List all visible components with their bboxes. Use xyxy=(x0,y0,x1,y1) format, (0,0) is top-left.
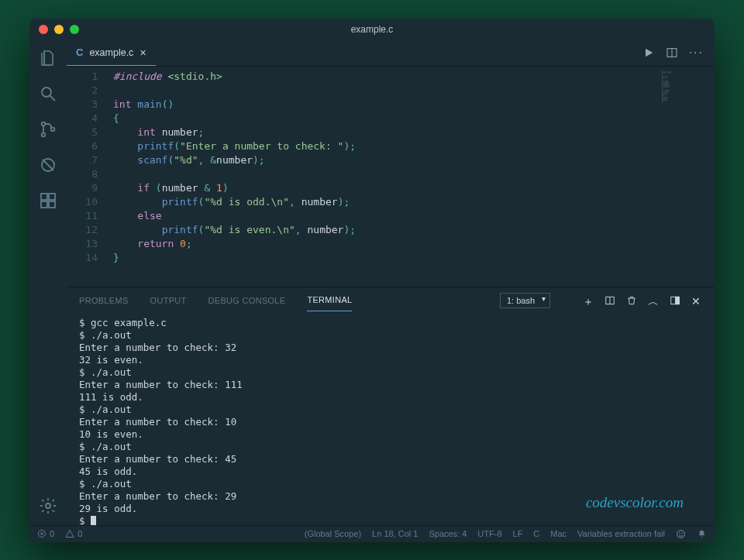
split-editor-icon[interactable] xyxy=(666,46,678,59)
close-window-icon[interactable] xyxy=(39,25,48,34)
new-terminal-icon[interactable]: ＋ xyxy=(583,295,594,306)
svg-point-4 xyxy=(51,127,55,131)
svg-rect-8 xyxy=(49,194,55,200)
kill-terminal-icon[interactable] xyxy=(626,295,637,306)
tab-debug-console[interactable]: DEBUG CONSOLE xyxy=(208,290,286,311)
editor-area: C example.c × ··· 1234567891011121314 #i… xyxy=(67,40,715,525)
terminal-select-wrap: 1: bash xyxy=(500,293,550,308)
panel-tabs: PROBLEMS OUTPUT DEBUG CONSOLE TERMINAL 1… xyxy=(67,287,715,314)
close-tab-icon[interactable]: × xyxy=(140,46,146,59)
status-os[interactable]: Mac xyxy=(550,529,567,538)
run-icon[interactable] xyxy=(642,46,655,59)
svg-rect-9 xyxy=(41,201,47,208)
extensions-icon[interactable] xyxy=(38,191,58,211)
terminal-actions: ＋ ︿ ✕ xyxy=(583,295,702,306)
svg-point-11 xyxy=(46,503,50,508)
svg-line-6 xyxy=(43,160,53,170)
code-content[interactable]: #include <stdio.h>int main(){ int number… xyxy=(113,67,715,287)
tab-terminal[interactable]: TERMINAL xyxy=(307,289,352,311)
svg-point-21 xyxy=(677,530,685,538)
code-editor[interactable]: 1234567891011121314 #include <stdio.h>in… xyxy=(67,67,715,287)
svg-line-1 xyxy=(50,96,55,101)
maximize-panel-icon[interactable]: ︿ xyxy=(648,295,659,306)
minimap[interactable]: █████ ███████ ████ ██ ████ ████████ ████… xyxy=(662,71,708,118)
feedback-smiley-icon[interactable] xyxy=(676,529,686,539)
status-language[interactable]: C xyxy=(533,529,539,538)
c-file-icon: C xyxy=(76,46,83,58)
status-bar: 0 0 (Global Scope) Ln 18, Col 1 Spaces: … xyxy=(29,525,715,542)
debug-icon[interactable] xyxy=(38,155,58,175)
svg-rect-10 xyxy=(49,201,55,208)
svg-rect-17 xyxy=(676,297,680,304)
status-scope[interactable]: (Global Scope) xyxy=(305,529,361,538)
status-cursor[interactable]: Ln 18, Col 1 xyxy=(372,529,418,538)
status-extra[interactable]: Variables extraction fail xyxy=(577,529,665,538)
close-panel-icon[interactable]: ✕ xyxy=(691,295,702,306)
notifications-bell-icon[interactable] xyxy=(697,529,707,539)
line-gutter: 1234567891011121314 xyxy=(67,67,113,287)
activity-bar xyxy=(29,40,67,525)
tab-bar: C example.c × ··· xyxy=(67,40,715,67)
svg-point-0 xyxy=(42,88,51,97)
svg-rect-7 xyxy=(41,194,47,200)
svg-point-3 xyxy=(42,132,46,136)
status-warnings[interactable]: 0 xyxy=(65,529,82,538)
svg-point-23 xyxy=(682,533,683,534)
tab-example-c[interactable]: C example.c × xyxy=(67,40,156,66)
settings-gear-icon[interactable] xyxy=(38,496,58,516)
window-controls xyxy=(39,25,79,34)
source-control-icon[interactable] xyxy=(38,119,58,139)
zoom-window-icon[interactable] xyxy=(70,25,79,34)
window-title: example.c xyxy=(29,24,715,35)
status-eol[interactable]: LF xyxy=(513,529,523,538)
terminal-select[interactable]: 1: bash xyxy=(500,293,550,308)
svg-point-22 xyxy=(680,533,680,534)
more-actions-icon[interactable]: ··· xyxy=(689,46,704,60)
bottom-panel: PROBLEMS OUTPUT DEBUG CONSOLE TERMINAL 1… xyxy=(67,287,715,525)
explorer-icon[interactable] xyxy=(38,48,58,68)
main-area: C example.c × ··· 1234567891011121314 #i… xyxy=(29,40,715,525)
editor-window: example.c xyxy=(29,19,715,542)
tab-output[interactable]: OUTPUT xyxy=(150,290,187,311)
svg-point-2 xyxy=(42,122,46,125)
status-spaces[interactable]: Spaces: 4 xyxy=(429,529,467,538)
minimize-window-icon[interactable] xyxy=(54,25,64,34)
toggle-panel-icon[interactable] xyxy=(670,295,680,306)
editor-actions: ··· xyxy=(642,40,715,66)
split-terminal-icon[interactable] xyxy=(604,295,615,306)
tab-problems[interactable]: PROBLEMS xyxy=(79,290,129,311)
search-icon[interactable] xyxy=(38,84,58,104)
terminal-output[interactable]: $ gcc example.c$ ./a.outEnter a number t… xyxy=(67,314,715,525)
status-encoding[interactable]: UTF-8 xyxy=(477,529,501,538)
titlebar[interactable]: example.c xyxy=(29,19,715,40)
tab-filename: example.c xyxy=(89,47,133,58)
status-errors[interactable]: 0 xyxy=(37,529,54,538)
